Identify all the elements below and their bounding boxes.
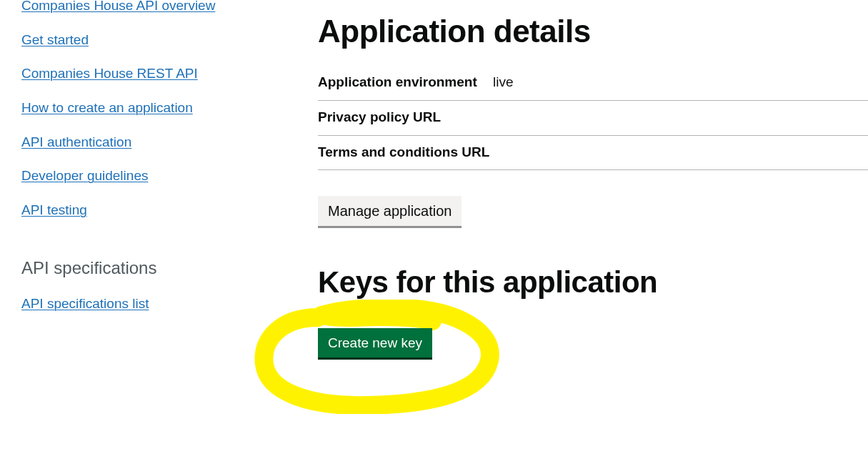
create-new-key-button[interactable]: Create new key xyxy=(318,328,432,357)
keys-section-title: Keys for this application xyxy=(318,266,868,299)
nav-link-api-testing[interactable]: API testing xyxy=(21,202,87,219)
sidebar-nav: Companies House API overview Get started… xyxy=(0,0,296,330)
nav-link-api-overview[interactable]: Companies House API overview xyxy=(21,0,215,15)
nav-link-create-application[interactable]: How to create an application xyxy=(21,99,193,117)
details-list: Application environment live Privacy pol… xyxy=(318,73,868,170)
detail-row-environment: Application environment live xyxy=(318,73,868,101)
detail-row-terms: Terms and conditions URL xyxy=(318,136,868,171)
nav-link-developer-guidelines[interactable]: Developer guidelines xyxy=(21,167,148,185)
main-content: Application details Application environm… xyxy=(296,0,868,357)
detail-key: Application environment xyxy=(318,73,493,92)
nav-link-api-authentication[interactable]: API authentication xyxy=(21,134,131,152)
detail-row-privacy: Privacy policy URL xyxy=(318,101,868,136)
manage-application-button[interactable]: Manage application xyxy=(318,196,462,226)
page-title: Application details xyxy=(318,14,868,49)
detail-key: Privacy policy URL xyxy=(318,108,493,127)
detail-key: Terms and conditions URL xyxy=(318,143,493,162)
create-key-wrap: Create new key xyxy=(318,307,868,357)
nav-link-rest-api[interactable]: Companies House REST API xyxy=(21,65,198,83)
detail-value: live xyxy=(493,73,514,92)
nav-link-api-specifications-list[interactable]: API specifications list xyxy=(21,295,149,313)
nav-link-get-started[interactable]: Get started xyxy=(21,31,89,49)
sidebar-section-label: API specifications xyxy=(21,258,296,278)
